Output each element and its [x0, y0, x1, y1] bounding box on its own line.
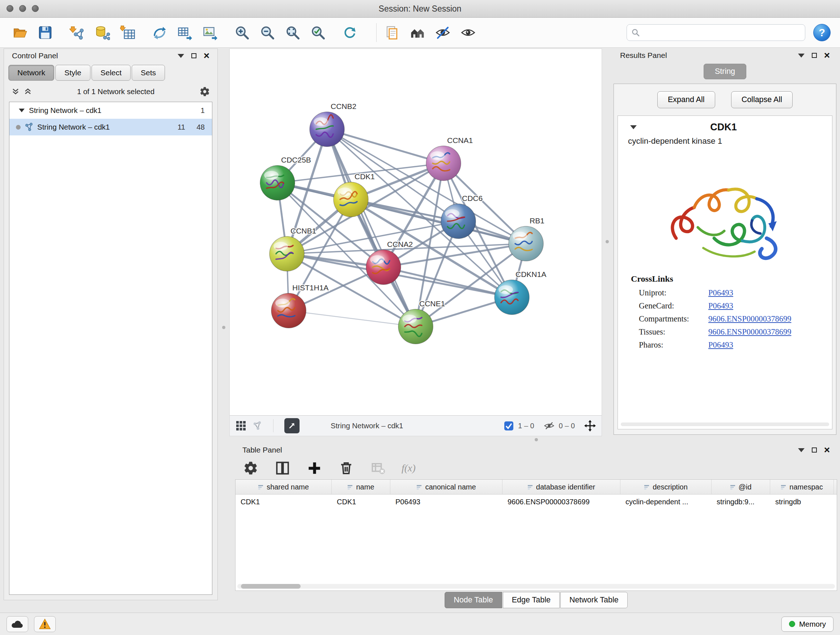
network-options-gear-icon[interactable]: [199, 86, 210, 97]
share-view-icon[interactable]: [252, 421, 262, 431]
column-header-name[interactable]: name: [332, 480, 390, 494]
export-table-button[interactable]: [174, 22, 195, 43]
table-cell[interactable]: stringdb:9...: [712, 498, 770, 506]
help-button[interactable]: ?: [813, 24, 831, 41]
table-cell[interactable]: 9606.ENSP00000378699: [502, 498, 621, 506]
vertical-splitter-handle[interactable]: [606, 240, 609, 243]
maximize-panel-icon[interactable]: [812, 448, 817, 453]
tab-sets[interactable]: Sets: [132, 65, 165, 81]
table-cell[interactable]: P06493: [390, 498, 502, 506]
maximize-panel-icon[interactable]: [812, 53, 817, 58]
function-builder-button[interactable]: f(x): [401, 462, 416, 474]
network-node-CCNA1[interactable]: CCNA1: [426, 136, 473, 181]
collapse-all-button[interactable]: Collapse All: [731, 91, 793, 108]
copy-document-button[interactable]: [382, 22, 403, 43]
title-bar[interactable]: Session: New Session: [0, 0, 840, 18]
column-header-database-identifier[interactable]: database identifier: [502, 480, 621, 494]
delete-column-button[interactable]: [338, 460, 355, 477]
collapse-all-icon[interactable]: [24, 87, 32, 96]
float-panel-icon[interactable]: [178, 54, 184, 58]
warnings-button[interactable]: [34, 616, 56, 632]
table-cell[interactable]: CDK1: [235, 498, 332, 506]
network-node-RB1[interactable]: RB1: [508, 217, 545, 261]
table-cell[interactable]: cyclin-dependent ...: [621, 498, 712, 506]
refresh-icon: [342, 25, 357, 40]
gene-symbol: CDK1: [637, 122, 810, 133]
tab-node-table[interactable]: Node Table: [445, 592, 502, 608]
first-neighbors-button[interactable]: [407, 22, 428, 43]
table-cell[interactable]: CDK1: [332, 498, 390, 506]
network-node-HIST1H1A[interactable]: HIST1H1A: [271, 283, 328, 328]
float-panel-icon[interactable]: [798, 54, 805, 57]
selected-checkbox-icon[interactable]: [504, 421, 514, 431]
string-results-box: Expand All Collapse All CDK1 cyclin-depe…: [614, 84, 836, 435]
save-session-button[interactable]: [35, 22, 56, 43]
export-group: [149, 22, 221, 43]
gene-collapse-icon[interactable]: [630, 125, 637, 129]
export-image-button[interactable]: [200, 22, 221, 43]
tab-network-table[interactable]: Network Table: [561, 592, 628, 608]
export-network-button[interactable]: [149, 22, 170, 43]
network-canvas[interactable]: CCNB2CCNA1CDC25BCDK1CDC6RB1CCNB1CCNA2CDK…: [230, 49, 602, 415]
pan-move-icon[interactable]: [584, 420, 596, 432]
horizontal-splitter-handle[interactable]: [535, 438, 538, 441]
table-row[interactable]: CDK1CDK1P064939606.ENSP00000378699cyclin…: [235, 494, 837, 509]
memory-button[interactable]: Memory: [782, 616, 834, 632]
hidden-eye-slash-icon[interactable]: [544, 420, 554, 431]
column-header--id[interactable]: @id: [712, 480, 770, 494]
network-row-selected[interactable]: String Network – cdk1 11 48: [9, 119, 212, 135]
table-cell[interactable]: stringdb: [770, 498, 834, 506]
zoom-in-button[interactable]: [232, 22, 253, 43]
crosslink-link[interactable]: 9606.ENSP00000378699: [708, 314, 791, 324]
close-panel-icon[interactable]: ×: [204, 52, 210, 59]
open-session-button[interactable]: [9, 22, 30, 43]
network-graph[interactable]: CCNB2CCNA1CDC25BCDK1CDC6RB1CCNB1CCNA2CDK…: [230, 49, 602, 416]
table-settings-button[interactable]: [242, 460, 259, 477]
network-node-CDC25B[interactable]: CDC25B: [260, 156, 311, 200]
show-all-button[interactable]: [458, 22, 478, 43]
delete-table-icon: [370, 461, 386, 476]
zoom-fit-button[interactable]: [282, 22, 303, 43]
zoom-out-button[interactable]: [257, 22, 278, 43]
cloud-status-button[interactable]: [6, 616, 28, 632]
tab-style[interactable]: Style: [55, 65, 90, 81]
import-table-button[interactable]: [117, 22, 138, 43]
close-panel-icon[interactable]: ×: [824, 52, 830, 59]
create-column-button[interactable]: [306, 460, 323, 477]
network-node-CCNB2[interactable]: CCNB2: [309, 102, 356, 147]
table-horizontal-scrollbar[interactable]: [237, 584, 835, 589]
results-scrollbar[interactable]: [621, 423, 829, 426]
column-header-shared-name[interactable]: shared name: [235, 480, 332, 494]
search-input[interactable]: [643, 28, 801, 37]
import-group: [66, 22, 138, 43]
hide-selected-button[interactable]: [432, 22, 453, 43]
crosslink-link[interactable]: P06493: [708, 288, 733, 298]
column-header-description[interactable]: description: [621, 480, 712, 494]
grid-view-icon[interactable]: [235, 420, 246, 431]
string-results-tab[interactable]: String: [704, 64, 746, 79]
crosslink-link[interactable]: 9606.ENSP00000378699: [708, 327, 791, 337]
tab-network[interactable]: Network: [8, 65, 54, 81]
import-network-database-button[interactable]: [92, 22, 113, 43]
expand-all-icon[interactable]: [11, 87, 20, 96]
show-columns-button[interactable]: [274, 460, 291, 477]
vertical-splitter-handle[interactable]: [222, 326, 225, 329]
expand-all-button[interactable]: Expand All: [657, 91, 715, 108]
zoom-selected-button[interactable]: [308, 22, 328, 43]
crosslink-link[interactable]: P06493: [708, 301, 733, 310]
tab-edge-table[interactable]: Edge Table: [503, 592, 560, 608]
refresh-layout-button[interactable]: [339, 22, 360, 43]
maximize-panel-icon[interactable]: [191, 53, 196, 58]
tab-select[interactable]: Select: [92, 65, 131, 81]
import-network-file-button[interactable]: [66, 22, 88, 43]
close-panel-icon[interactable]: ×: [824, 447, 830, 454]
crosslink-link[interactable]: P06493: [708, 340, 733, 350]
column-header-canonical-name[interactable]: canonical name: [390, 480, 502, 494]
network-collection-row[interactable]: String Network – cdk1 1: [9, 102, 212, 119]
column-header-namespac[interactable]: namespac: [770, 480, 834, 494]
scrollbar-thumb[interactable]: [241, 584, 301, 589]
search-field[interactable]: [627, 24, 805, 41]
birdseye-view-button[interactable]: [284, 418, 300, 433]
tree-caret-icon[interactable]: [19, 109, 25, 112]
float-panel-icon[interactable]: [798, 448, 805, 452]
